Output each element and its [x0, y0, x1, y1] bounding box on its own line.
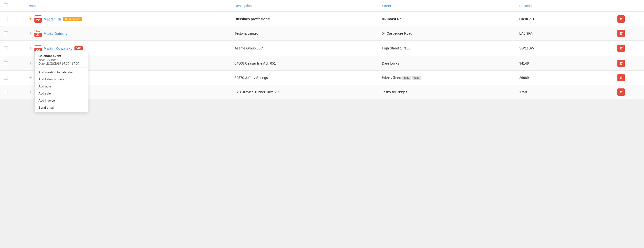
star-icon[interactable]: ★ [28, 76, 32, 80]
row-postcode-cell: LA6 9FA [515, 26, 614, 41]
header-description: Description [231, 0, 378, 12]
svg-rect-7 [620, 32, 622, 33]
svg-rect-17 [620, 62, 622, 63]
row-checkbox[interactable] [4, 46, 8, 50]
gray-footer [0, 99, 644, 148]
delete-button[interactable] [618, 45, 625, 52]
row-description-cell: Asante Group LLC [231, 41, 378, 56]
row-checkbox-cell [0, 85, 25, 99]
delete-button[interactable] [618, 30, 625, 37]
contact-description: Asante Group LLC [234, 46, 263, 50]
svg-rect-20 [620, 77, 622, 79]
calendar-icon-wrapper: CAL23Calendar eventTitle: Car cleanDate:… [34, 44, 42, 53]
contact-postcode: SW11BW [519, 46, 534, 50]
row-street-cell: Dare Locks [378, 56, 515, 70]
context-menu-subline-1: Date: 23/10/2019 16:00 - 17:00 [35, 62, 88, 66]
row-actions-cell [614, 12, 644, 26]
row-actions-cell [614, 85, 644, 99]
trash-icon [619, 17, 623, 21]
contact-badge: VIP [74, 46, 83, 50]
row-name-cell: ★CAL23Calendar eventTitle: Car cleanDate… [25, 41, 231, 56]
svg-rect-10 [620, 47, 622, 49]
row-checkbox[interactable] [4, 17, 8, 21]
trash-icon [619, 46, 623, 50]
contact-street: Dare Locks [382, 61, 399, 65]
contact-name-link[interactable]: Mat Smith [44, 17, 61, 21]
context-menu-item-1[interactable]: Add follow up task [35, 76, 88, 83]
svg-rect-12 [620, 47, 622, 48]
trash-icon [619, 90, 623, 94]
context-menu-item-5[interactable]: Send email [35, 104, 88, 111]
row-checkbox[interactable] [4, 76, 8, 80]
context-menu: Calendar eventTitle: Car cleanDate: 23/1… [34, 51, 88, 112]
row-name-cell: ★CAL22Mat SmithSuper client [25, 12, 231, 26]
row-postcode-cell: 26989 [515, 70, 614, 85]
svg-rect-18 [620, 63, 621, 64]
star-icon[interactable]: ★ [28, 61, 32, 66]
context-menu-item-0[interactable]: Add meeting to calendar [35, 69, 88, 76]
contact-description: 04808 Ceasar Isle Apt. 651 [234, 61, 276, 65]
delete-button[interactable] [618, 60, 625, 67]
table-row: ★69570 Jeffrey SpringsHilpert Greentag2t… [0, 70, 644, 85]
svg-rect-2 [620, 18, 622, 18]
row-checkbox[interactable] [4, 31, 8, 35]
row-description-cell: Testoria Limited [231, 26, 378, 41]
contacts-table-container: Name Description Street Postcode ★CAL22M… [0, 0, 644, 99]
contact-postcode: 94148 [519, 61, 529, 65]
context-menu-item-4[interactable]: Add invoice [35, 97, 88, 104]
row-postcode-cell: 94148 [515, 56, 614, 70]
star-icon[interactable]: ★ [28, 90, 32, 94]
svg-rect-13 [620, 48, 621, 49]
calendar-icon[interactable]: CAL22 [34, 15, 42, 23]
svg-rect-25 [620, 91, 622, 93]
trash-icon [619, 76, 623, 79]
row-street-cell: 54 Castledore Road [378, 26, 515, 41]
header-street: Street [378, 0, 515, 12]
svg-rect-0 [620, 18, 622, 20]
svg-rect-14 [621, 48, 622, 49]
contact-name-link[interactable]: Martin Kowalsky [44, 46, 72, 50]
delete-button[interactable] [618, 15, 625, 23]
star-icon[interactable]: ★ [28, 46, 32, 50]
row-name-cell: ★CAL23Marta Daimny [25, 26, 231, 41]
svg-rect-28 [620, 92, 621, 93]
row-street-cell: Hilpert Greentag2tag3 [378, 70, 515, 85]
context-menu-item-3[interactable]: Add sale [35, 90, 88, 97]
row-checkbox-cell [0, 70, 25, 85]
row-actions-cell [614, 41, 644, 56]
star-icon[interactable]: ★ [28, 31, 32, 36]
contact-street: 54 Castledore Road [382, 31, 412, 35]
trash-icon [619, 32, 623, 35]
row-checkbox-cell [0, 41, 25, 56]
row-checkbox[interactable] [4, 90, 8, 94]
delete-button[interactable] [618, 74, 625, 81]
row-checkbox-cell [0, 56, 25, 70]
row-postcode-cell: SW11BW [515, 41, 614, 56]
contacts-table: Name Description Street Postcode ★CAL22M… [0, 0, 644, 99]
contact-badge: Super client [63, 17, 82, 21]
table-header-row: Name Description Street Postcode [0, 0, 644, 12]
contact-postcode: CA10 7TH [519, 17, 535, 21]
contact-postcode: LA6 9FA [519, 31, 532, 35]
row-description-cell: 04808 Ceasar Isle Apt. 651 [231, 56, 378, 70]
context-menu-subline-0: Title: Car clean [35, 58, 88, 62]
svg-rect-23 [620, 77, 621, 78]
svg-rect-3 [620, 19, 621, 20]
row-actions-cell [614, 70, 644, 85]
svg-rect-5 [620, 33, 622, 35]
contact-description: 5738 Kaylee Tunnel Suite 253 [234, 90, 280, 94]
context-menu-divider [35, 67, 88, 68]
row-description-cell: 5738 Kaylee Tunnel Suite 253 [231, 85, 378, 99]
table-row: ★CAL23Marta DaimnyTestoria Limited54 Cas… [0, 26, 644, 41]
contact-street: 86 Coast Rd [382, 17, 402, 21]
star-icon[interactable]: ★ [28, 17, 32, 21]
select-all-checkbox[interactable] [4, 3, 8, 7]
header-name: Name [25, 0, 231, 12]
row-checkbox-cell [0, 26, 25, 41]
calendar-icon[interactable]: CAL23 [34, 30, 42, 37]
context-menu-item-2[interactable]: Add note [35, 83, 88, 90]
row-street-cell: 86 Coast Rd [378, 12, 515, 26]
row-checkbox[interactable] [4, 61, 8, 65]
contact-name-link[interactable]: Marta Daimny [44, 31, 68, 36]
delete-button[interactable] [618, 88, 625, 96]
